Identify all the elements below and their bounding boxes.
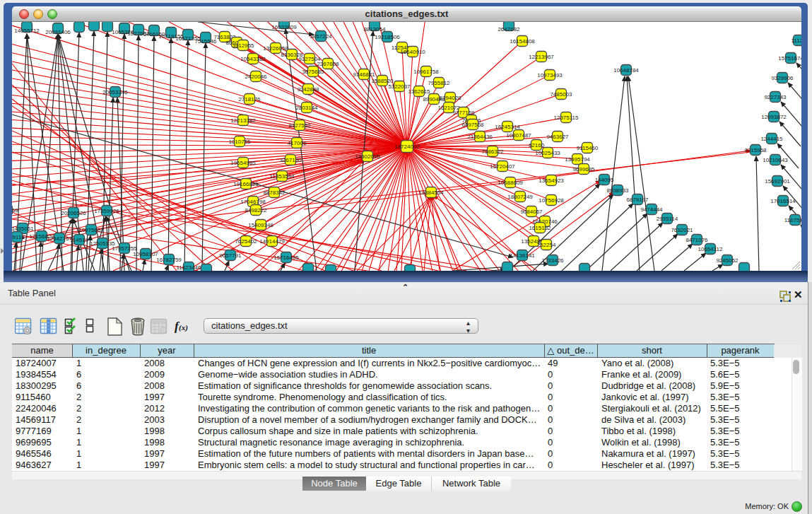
svg-text:9657791: 9657791 [219, 252, 242, 259]
svg-text:10756928: 10756928 [539, 197, 564, 204]
svg-text:10975867: 10975867 [78, 227, 104, 233]
svg-text:7485003: 7485003 [550, 91, 572, 98]
svg-text:16245314: 16245314 [495, 124, 520, 130]
svg-text:144095: 144095 [595, 177, 614, 183]
svg-text:8813054: 8813054 [363, 26, 386, 33]
svg-text:3857224: 3857224 [310, 33, 332, 40]
svg-text:10973493: 10973493 [537, 72, 563, 78]
svg-text:6497568: 6497568 [461, 122, 484, 128]
svg-text:15716485: 15716485 [273, 255, 299, 261]
svg-text:13654923: 13654923 [539, 177, 564, 184]
svg-text:2647682: 2647682 [498, 26, 520, 33]
svg-text:15692901: 15692901 [765, 178, 790, 185]
svg-text:10025433: 10025433 [535, 150, 560, 156]
svg-text:114519: 114519 [70, 237, 89, 243]
svg-text:3267130: 3267130 [279, 157, 302, 163]
svg-text:9329906: 9329906 [771, 75, 794, 81]
svg-text:19166825: 19166825 [233, 181, 259, 187]
svg-text:1010755: 1010755 [228, 139, 251, 145]
svg-text:14136141: 14136141 [510, 252, 535, 259]
svg-text:15720407: 15720407 [490, 163, 515, 170]
svg-text:9084067: 9084067 [520, 209, 543, 215]
svg-text:17016514: 17016514 [770, 198, 796, 204]
svg-text:8427552: 8427552 [288, 122, 311, 129]
svg-text:3675685: 3675685 [302, 69, 324, 75]
svg-text:2420046: 2420046 [245, 74, 267, 80]
svg-text:(x): (x) [179, 323, 188, 332]
svg-text:20206526: 20206526 [61, 210, 86, 216]
svg-text:6879197: 6879197 [626, 197, 649, 203]
svg-text:1733426: 1733426 [541, 257, 564, 264]
svg-text:11353594: 11353594 [270, 173, 295, 180]
svg-text:9146821: 9146821 [353, 71, 375, 78]
svg-text:12342757: 12342757 [47, 235, 72, 242]
svg-text:10688609: 10688609 [498, 180, 523, 186]
svg-text:19384554: 19384554 [418, 189, 444, 196]
svg-text:7625402: 7625402 [235, 238, 257, 245]
svg-text:17046798: 17046798 [240, 199, 266, 205]
svg-text:7955812: 7955812 [428, 80, 450, 86]
svg-text:11823446: 11823446 [177, 264, 202, 271]
svg-text:2626659: 2626659 [12, 207, 18, 214]
svg-text:14914479: 14914479 [259, 238, 285, 245]
svg-text:10807487: 10807487 [506, 132, 531, 139]
svg-text:1615132: 1615132 [529, 225, 551, 231]
svg-text:3912955: 3912955 [232, 42, 254, 49]
svg-text:7986322: 7986322 [481, 148, 504, 155]
svg-text:16154808: 16154808 [510, 38, 535, 45]
svg-text:10958107: 10958107 [133, 251, 158, 257]
svg-text:19654985: 19654985 [230, 160, 256, 166]
svg-text:10543382: 10543382 [240, 56, 266, 62]
svg-text:10648784: 10648784 [613, 67, 639, 74]
svg-text:8878342: 8878342 [263, 189, 286, 196]
svg-text:9227343: 9227343 [764, 94, 787, 100]
svg-text:14055712: 14055712 [14, 28, 40, 34]
svg-text:417006: 417006 [288, 140, 307, 146]
svg-text:17359926: 17359926 [94, 208, 119, 214]
svg-text:16640910: 16640910 [400, 49, 425, 55]
svg-text:2367608: 2367608 [317, 61, 339, 67]
svg-text:5322037: 5322037 [388, 83, 411, 90]
svg-text:12093872: 12093872 [761, 114, 787, 120]
svg-text:15409348: 15409348 [248, 222, 273, 228]
svg-text:1244415: 1244415 [760, 136, 783, 142]
svg-text:39114: 39114 [12, 234, 25, 240]
svg-text:11123: 11123 [791, 37, 801, 44]
svg-text:19218506: 19218506 [375, 34, 400, 40]
svg-text:12375115: 12375115 [554, 115, 579, 121]
svg-text:20053346: 20053346 [102, 89, 128, 95]
svg-text:9474444: 9474444 [640, 206, 663, 213]
svg-text:12213382: 12213382 [230, 117, 256, 124]
svg-text:62160: 62160 [529, 142, 545, 148]
svg-text:12213967: 12213967 [529, 54, 554, 60]
svg-text:9463627: 9463627 [546, 134, 569, 140]
svg-text:2803144: 2803144 [295, 105, 318, 111]
svg-text:8471076: 8471076 [686, 237, 708, 243]
svg-text:10210643: 10210643 [763, 157, 788, 163]
svg-text:13495794: 13495794 [565, 156, 590, 163]
svg-text:20091406: 20091406 [45, 29, 71, 35]
svg-text:18302095: 18302095 [355, 153, 380, 160]
svg-text:18724007: 18724007 [394, 144, 420, 150]
svg-text:9115460: 9115460 [577, 145, 599, 151]
svg-text:1435061: 1435061 [12, 226, 34, 232]
svg-text:9699695: 9699695 [572, 166, 595, 173]
svg-text:8938933: 8938933 [606, 187, 629, 194]
svg-text:16782759: 16782759 [156, 257, 182, 263]
svg-text:16033809: 16033809 [271, 24, 297, 30]
svg-text:252254: 252254 [537, 242, 556, 248]
svg-text:1167534: 1167534 [784, 217, 801, 223]
svg-text:1362615: 1362615 [408, 88, 430, 95]
svg-text:6794028: 6794028 [439, 95, 461, 101]
svg-text:8498222: 8498222 [245, 207, 267, 214]
svg-text:8215958: 8215958 [744, 147, 767, 153]
svg-text:10961758: 10961758 [413, 69, 439, 75]
svg-text:13226058: 13226058 [263, 45, 288, 52]
svg-text:2718176: 2718176 [238, 96, 261, 103]
svg-text:2935114: 2935114 [657, 216, 678, 222]
svg-text:9245052: 9245052 [716, 257, 739, 264]
svg-text:21364436: 21364436 [467, 134, 493, 140]
svg-text:9242848: 9242848 [297, 86, 319, 93]
svg-text:10654112: 10654112 [698, 246, 724, 252]
svg-text:15751674: 15751674 [778, 55, 801, 62]
